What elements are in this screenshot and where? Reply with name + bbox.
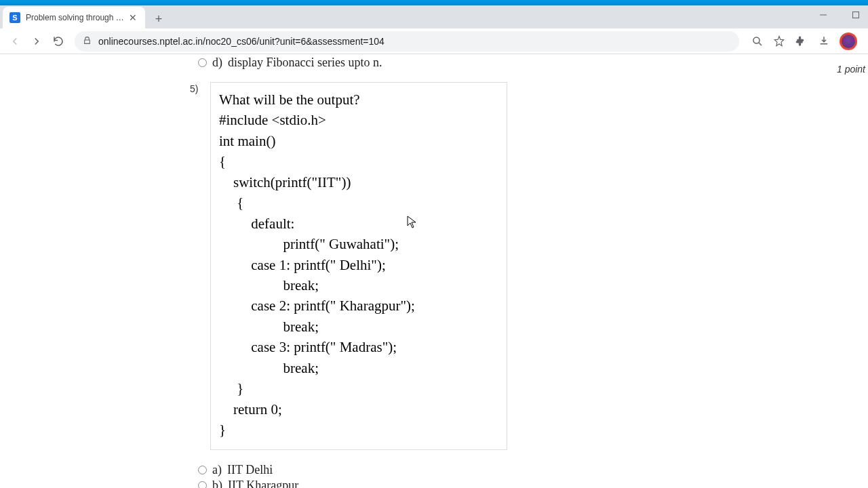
answer-option[interactable]: a)IIT Delhi — [198, 462, 868, 478]
svg-point-2 — [753, 37, 760, 43]
svg-line-3 — [759, 43, 762, 45]
page-content: d) display Fibonacci series upto n. 5) W… — [0, 54, 868, 488]
code-line: default: — [219, 214, 498, 234]
question-points: 1 point — [837, 64, 865, 75]
back-button[interactable] — [5, 32, 24, 51]
bookmark-star-icon[interactable] — [773, 35, 785, 47]
option-text: IIT Delhi — [227, 463, 273, 477]
browser-toolbar: onlinecourses.nptel.ac.in/noc20_cs06/uni… — [0, 28, 868, 54]
maximize-button[interactable] — [846, 8, 865, 22]
radio-button[interactable] — [198, 481, 207, 488]
zoom-icon[interactable] — [751, 35, 764, 47]
option-text: display Fibonacci series upto n. — [228, 56, 382, 70]
code-line: } — [219, 420, 498, 440]
answer-options: a)IIT Delhib)IIT Kharagpurc)IIT Madras — [190, 450, 868, 488]
radio-button[interactable] — [198, 58, 207, 67]
reload-button[interactable] — [49, 32, 68, 51]
option-label: d) — [212, 56, 222, 70]
profile-avatar[interactable] — [840, 33, 857, 50]
tab-favicon: S — [9, 12, 20, 23]
option-label: a) — [212, 463, 222, 477]
browser-tab[interactable]: S Problem solving through Program ✕ — [3, 7, 145, 28]
question-prompt: What will be the output? — [219, 89, 498, 110]
question-content: What will be the output? #include <stdio… — [210, 82, 507, 450]
address-bar[interactable]: onlinecourses.nptel.ac.in/noc20_cs06/uni… — [75, 31, 739, 52]
code-line: } — [219, 378, 498, 399]
answer-option[interactable]: b)IIT Kharagpur — [198, 478, 868, 488]
tab-title: Problem solving through Program — [26, 13, 127, 22]
code-block: #include <stdio.h>int main(){ switch(pri… — [219, 110, 498, 440]
url-text: onlinecourses.nptel.ac.in/noc20_cs06/uni… — [98, 36, 384, 47]
code-line: { — [219, 151, 498, 171]
window-controls — [814, 8, 865, 22]
toolbar-actions: 0 — [746, 33, 863, 50]
code-line: #include <stdio.h> — [219, 110, 498, 130]
code-line: case 1: printf(" Delhi"); — [219, 255, 498, 275]
code-line: { — [219, 192, 498, 213]
svg-text:0: 0 — [803, 41, 806, 47]
avatar-image — [842, 35, 855, 48]
lock-icon — [83, 36, 92, 47]
code-line: int main() — [219, 131, 498, 151]
previous-question-option: d) display Fibonacci series upto n. — [190, 54, 868, 75]
option-label: b) — [212, 479, 222, 488]
option-text: IIT Kharagpur — [228, 479, 298, 488]
question-number: 5) — [190, 82, 210, 94]
new-tab-button[interactable]: + — [149, 9, 168, 28]
forward-button[interactable] — [27, 32, 46, 51]
code-line: return 0; — [219, 399, 498, 420]
code-line: printf(" Guwahati"); — [219, 234, 498, 254]
code-line: break; — [219, 358, 498, 378]
code-line: break; — [219, 317, 498, 337]
code-line: case 2: printf(" Kharagpur"); — [219, 296, 498, 316]
code-line: switch(printf("IIT")) — [219, 172, 498, 192]
close-icon[interactable]: ✕ — [127, 12, 138, 23]
tab-strip: S Problem solving through Program ✕ + — [0, 5, 868, 28]
question-block: 5) What will be the output? #include <st… — [190, 75, 868, 450]
svg-rect-1 — [853, 12, 859, 18]
downloads-icon[interactable] — [818, 35, 830, 47]
code-line: break; — [219, 275, 498, 296]
radio-button[interactable] — [198, 466, 207, 474]
code-line: case 3: printf(" Madras"); — [219, 337, 498, 357]
minimize-button[interactable] — [814, 8, 833, 22]
window-title-bar — [0, 0, 868, 5]
extension-icon[interactable]: 0 — [795, 35, 808, 48]
